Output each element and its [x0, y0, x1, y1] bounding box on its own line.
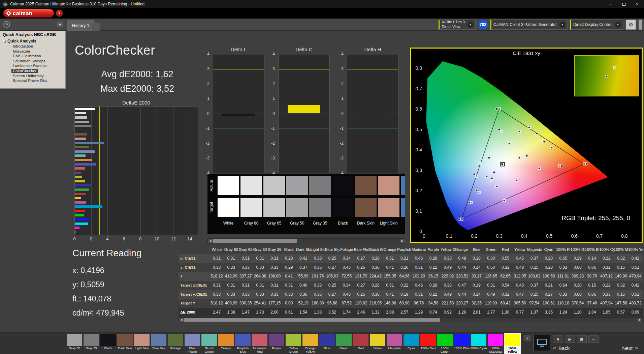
table-cell: 1,65	[599, 310, 614, 315]
sidebar-item-colorchecker[interactable]: ColorChecker	[0, 68, 65, 73]
pattern-swatch-moderate-red[interactable]: Moderate Red	[251, 333, 268, 354]
pattern-swatch-label: Black	[104, 347, 112, 354]
table-cell: 0,45	[513, 256, 527, 261]
display-control-select[interactable]: Direct Display Control ▼	[570, 20, 623, 30]
sidebar-item-cms-calibration[interactable]: CMS Calibration	[0, 54, 65, 59]
pattern-swatch-blue[interactable]: Blue	[319, 333, 335, 354]
axis-tick-label: 6	[123, 236, 125, 241]
pattern-swatch-100-red[interactable]: 100% Red	[420, 333, 437, 354]
pattern-swatch-100-green[interactable]: 100% Green	[437, 333, 453, 354]
add-tab-button[interactable]: +	[92, 23, 100, 31]
calman-menu-dropdown[interactable]: ▼	[56, 10, 63, 17]
pattern-swatch-dark-skin[interactable]: Dark Skin	[117, 333, 133, 354]
table-cell: 100,61	[542, 301, 556, 305]
table-cell: 0,09	[628, 310, 643, 315]
pattern-swatch-green[interactable]: Green	[335, 333, 352, 354]
grid-read-button[interactable]: ▦	[577, 335, 587, 343]
pattern-swatch-label: 100% Red	[421, 347, 436, 354]
expand-pattern-bar-button[interactable]: ▲	[524, 335, 531, 341]
pattern-swatch-cyan[interactable]: Cyan	[403, 333, 420, 354]
pattern-swatch-blue-sky[interactable]: Blue Sky	[150, 333, 167, 354]
continuous-read-button[interactable]: ∞	[588, 335, 599, 343]
tree-expander-icon[interactable]: -	[3, 40, 6, 43]
pattern-window-button[interactable]	[534, 334, 550, 351]
table-cell: 1,26	[455, 310, 470, 315]
scroll-left-icon[interactable]: ◀	[179, 318, 184, 322]
stop-button[interactable]: ■	[553, 335, 563, 343]
table-cell: 55,99	[296, 274, 311, 278]
row-label: Target x:CIE31	[179, 283, 210, 287]
sidebar-item-introduction[interactable]: Introduction	[0, 44, 65, 49]
meter-select[interactable]: X-Rite i1Pro 3 Direct View ▼	[439, 20, 475, 30]
bar-orange-yellow	[75, 180, 85, 182]
pattern-swatch-blue-flower[interactable]: Blue Flower	[184, 333, 201, 354]
scrollbar-thumb[interactable]	[213, 239, 297, 243]
table-cell: 96,88	[325, 301, 340, 305]
gridline	[279, 128, 329, 128]
bar-bluish-green	[75, 154, 86, 157]
pattern-swatch-yellow-green[interactable]: Yellow Green	[285, 333, 302, 354]
pattern-swatch-gray-50[interactable]: Gray 50	[66, 333, 83, 354]
back-button[interactable]: « Back	[553, 345, 570, 351]
swatch-label: Gray 80	[240, 221, 262, 226]
sidebar-item-grayscale[interactable]: Grayscale	[0, 49, 65, 54]
pattern-swatch-100-magenta[interactable]: 100% Magenta	[487, 333, 504, 354]
pattern-swatch-black[interactable]: Black	[100, 333, 117, 354]
pattern-swatch-color	[84, 334, 99, 346]
table-cell: 518,12	[210, 274, 224, 278]
bar-series	[75, 107, 198, 234]
next-button[interactable]: Next »	[622, 345, 638, 351]
more-tools-button[interactable]	[639, 20, 642, 30]
sidebar-collapse-button[interactable]: ◀	[57, 22, 63, 27]
close-button[interactable]: ×	[631, 0, 644, 8]
sidebar-item-saturation-sweeps[interactable]: Saturation Sweeps	[0, 59, 65, 64]
table-cell: 32,35	[469, 301, 484, 305]
swatch-scrollbar[interactable]: ◀ ▶	[207, 238, 405, 243]
pattern-swatch-orange-yellow[interactable]: Orange Yellow	[302, 333, 319, 354]
pattern-swatch-red[interactable]: Red	[352, 333, 369, 354]
table-cell: 369,28	[570, 274, 585, 278]
calman-menu-button[interactable]: calman	[3, 9, 54, 18]
pattern-swatch-magenta[interactable]: Magenta	[386, 333, 403, 354]
actual-swatch-gray-35	[309, 176, 331, 195]
maximize-button[interactable]	[617, 0, 631, 8]
scrollbar-track[interactable]	[184, 318, 637, 322]
sidebar-item-luminance-sweeps[interactable]: Luminance Sweeps	[0, 63, 65, 68]
scroll-right-icon[interactable]: ▶	[400, 239, 405, 243]
table-cell: 0,51	[628, 265, 643, 270]
pattern-swatch-yellow[interactable]: Yellow	[369, 333, 386, 354]
tab-history-1[interactable]: History 1	[67, 20, 95, 31]
scrollbar-thumb[interactable]	[184, 318, 440, 322]
bar-moderate-red	[75, 167, 85, 170]
pattern-swatch-purple[interactable]: Purple	[268, 333, 285, 354]
pattern-swatch-purplish-blue[interactable]: Purplish Blue	[234, 333, 251, 354]
sidebar-item-spectral-power-dist[interactable]: Spectral Power Dist.	[0, 78, 65, 83]
back-label: Back	[558, 345, 570, 351]
deltae-bar-chart	[74, 106, 198, 235]
pattern-swatch-bluish-green[interactable]: Bluish Green	[201, 333, 218, 354]
pattern-swatch-100-blue[interactable]: 100% Blue	[453, 333, 470, 354]
pattern-swatch-gray-35[interactable]: Gray 35	[83, 333, 100, 354]
table-cell: 0,14	[585, 256, 599, 261]
scrollbar-track[interactable]	[213, 239, 400, 243]
scroll-right-icon[interactable]: ▶	[637, 318, 642, 322]
column-header-magenta: Magenta	[527, 247, 542, 252]
scroll-left-icon[interactable]: ◀	[208, 239, 213, 243]
pattern-swatch-100-yellow[interactable]: 100% Yellow	[504, 333, 521, 354]
pattern-swatch-light-skin[interactable]: Light Skin	[133, 333, 150, 354]
sidebar-item-quick-analysis[interactable]: - Quick Analysis	[0, 38, 65, 44]
pattern-swatch-100-cyan[interactable]: 100% Cyan	[470, 333, 487, 354]
settings-button[interactable]: ⚙	[626, 20, 636, 30]
row-label: ΔE 2000	[179, 310, 210, 314]
table-scrollbar[interactable]: ◀ ▶	[179, 317, 643, 322]
minimize-button[interactable]	[604, 0, 617, 8]
table-cell: 0,77	[513, 310, 527, 315]
table-cell: 0,50	[484, 265, 498, 270]
pattern-swatch-orange[interactable]: Orange	[218, 333, 234, 354]
column-header-purplish-blue: Purplish Blue	[397, 247, 412, 252]
play-button[interactable]: ▶	[565, 335, 575, 343]
record-button[interactable]	[3, 21, 10, 28]
pattern-swatch-foliage[interactable]: Foliage	[167, 333, 184, 354]
pattern-generator-select[interactable]: CalMAN Client 3 Pattern Generator ▼	[490, 20, 568, 30]
sidebar-item-screen-uniformity[interactable]: Screen Uniformity	[0, 73, 65, 79]
